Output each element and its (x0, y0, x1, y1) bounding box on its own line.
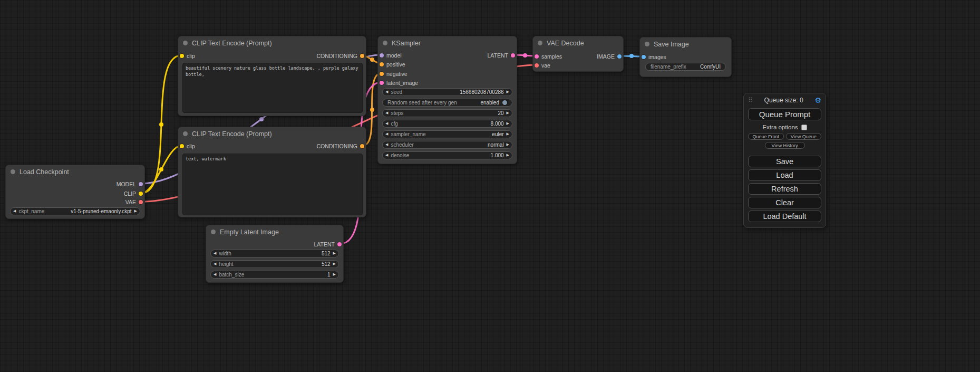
slot-label: positive (386, 61, 405, 68)
decrement-arrow-icon[interactable]: ◀ (383, 131, 391, 138)
input-slot-negative: negative (378, 70, 431, 78)
output-slot-vae: VAE (81, 198, 144, 206)
increment-arrow-icon[interactable]: ▶ (504, 152, 512, 159)
toggle-dot-icon[interactable] (502, 100, 507, 105)
node-title-bar[interactable]: KSampler (378, 36, 517, 50)
node-title-bar[interactable]: Empty Latent Image (206, 225, 343, 239)
increment-arrow-icon[interactable]: ▶ (504, 141, 512, 148)
node-title-bar[interactable]: VAE Decode (533, 36, 623, 50)
scheduler-widget[interactable]: ◀ scheduler normal ▶ (382, 141, 512, 149)
settings-gear-icon[interactable]: ⚙ (814, 97, 821, 104)
decrement-arrow-icon[interactable]: ◀ (383, 110, 391, 117)
node-title: CLIP Text Encode (Prompt) (192, 36, 272, 50)
collapse-dot-icon[interactable] (211, 230, 216, 234)
node-ksampler[interactable]: KSampler model positive negative latent_… (377, 36, 517, 164)
cfg-widget[interactable]: ◀ cfg 8.000 ▶ (382, 120, 512, 128)
increment-arrow-icon[interactable]: ▶ (504, 120, 512, 127)
link-midpoint-dot (523, 53, 527, 58)
latent-output-dot[interactable] (337, 242, 342, 246)
widget-value: 512 (322, 251, 331, 256)
node-title-bar[interactable]: Load Checkpoint (6, 165, 144, 179)
view-history-button[interactable]: View History (765, 142, 805, 149)
view-queue-button[interactable]: View Queue (786, 133, 822, 140)
ckpt-name-widget[interactable]: ◀ ckpt_name v1-5-pruned-emaonly.ckpt ▶ (10, 207, 140, 215)
collapse-dot-icon[interactable] (183, 131, 188, 136)
slot-label: model (386, 52, 402, 59)
image-output-dot[interactable] (617, 54, 622, 59)
samples-input-dot[interactable] (535, 54, 539, 59)
drag-handle-icon[interactable]: ⠿ (748, 97, 753, 104)
clip-output-dot[interactable] (139, 192, 143, 196)
decrement-arrow-icon[interactable]: ◀ (383, 152, 391, 159)
input-slot-latent-image: latent_image (378, 79, 436, 87)
collapse-dot-icon[interactable] (11, 169, 15, 174)
collapse-dot-icon[interactable] (645, 42, 649, 46)
widget-label: scheduler (391, 142, 413, 148)
queue-front-button[interactable]: Queue Front (748, 133, 784, 140)
decrement-arrow-icon[interactable]: ◀ (383, 120, 391, 127)
clip-input-dot[interactable] (180, 54, 184, 58)
increment-arrow-icon[interactable]: ▶ (504, 89, 512, 96)
increment-arrow-icon[interactable]: ▶ (132, 208, 140, 215)
decrement-arrow-icon[interactable]: ◀ (211, 261, 219, 268)
denoise-widget[interactable]: ◀ denoise 1.000 ▶ (382, 151, 512, 159)
negative-prompt-textarea[interactable]: text, watermark (182, 154, 363, 215)
node-title: Save Image (654, 37, 689, 51)
node-save-image[interactable]: Save Image images filename_prefix ComfyU… (639, 37, 732, 77)
vae-input-dot[interactable] (535, 63, 539, 68)
decrement-arrow-icon[interactable]: ◀ (383, 141, 391, 148)
increment-arrow-icon[interactable]: ▶ (331, 271, 338, 278)
widget-label: cfg (391, 121, 397, 127)
load-button[interactable]: Load (748, 169, 821, 181)
queue-prompt-button[interactable]: Queue Prompt (748, 108, 821, 120)
conditioning-output-dot[interactable] (360, 54, 364, 58)
menu-header: ⠿ Queue size: 0 ⚙ (744, 96, 826, 106)
node-clip-text-encode-negative[interactable]: CLIP Text Encode (Prompt) clip CONDITION… (178, 127, 366, 217)
save-button[interactable]: Save (748, 156, 821, 167)
increment-arrow-icon[interactable]: ▶ (504, 110, 512, 117)
load-default-button[interactable]: Load Default (748, 211, 821, 222)
random-seed-toggle-widget[interactable]: Random seed after every gen enabled (382, 99, 512, 107)
comfyui-canvas[interactable]: { "colors": { "model": "#B39DDB", "clip"… (0, 0, 980, 372)
decrement-arrow-icon[interactable]: ◀ (211, 250, 219, 257)
seed-widget[interactable]: ◀ seed 156680208700286 ▶ (382, 88, 512, 96)
widget-value: 20 (498, 110, 503, 116)
height-widget[interactable]: ◀ height 512 ▶ (210, 260, 339, 268)
node-title-bar[interactable]: Save Image (640, 37, 731, 51)
images-input-dot[interactable] (642, 55, 646, 59)
collapse-dot-icon[interactable] (538, 41, 542, 45)
node-load-checkpoint[interactable]: Load Checkpoint MODEL CLIP VAE ◀ ckpt_na… (5, 165, 145, 219)
filename-prefix-widget[interactable]: filename_prefix ComfyUI (645, 63, 726, 71)
node-clip-text-encode-positive[interactable]: CLIP Text Encode (Prompt) clip CONDITION… (178, 36, 366, 116)
steps-widget[interactable]: ◀ steps 20 ▶ (382, 109, 512, 117)
increment-arrow-icon[interactable]: ▶ (331, 261, 338, 268)
positive-input-dot[interactable] (380, 62, 384, 66)
model-input-dot[interactable] (380, 53, 384, 58)
increment-arrow-icon[interactable]: ▶ (504, 131, 512, 138)
node-empty-latent-image[interactable]: Empty Latent Image LATENT ◀ width 512 ▶ … (206, 225, 344, 283)
sampler-name-widget[interactable]: ◀ sampler_name euler ▶ (382, 130, 512, 138)
refresh-button[interactable]: Refresh (748, 183, 821, 195)
clip-input-dot[interactable] (180, 144, 184, 148)
node-vae-decode[interactable]: VAE Decode samples vae IMAGE (532, 36, 624, 72)
model-output-dot[interactable] (139, 182, 143, 186)
latent-image-input-dot[interactable] (380, 81, 384, 85)
node-title-bar[interactable]: CLIP Text Encode (Prompt) (178, 127, 366, 141)
negative-input-dot[interactable] (380, 72, 384, 76)
decrement-arrow-icon[interactable]: ◀ (11, 208, 18, 215)
increment-arrow-icon[interactable]: ▶ (331, 250, 338, 257)
latent-output-dot[interactable] (511, 53, 515, 58)
width-widget[interactable]: ◀ width 512 ▶ (210, 250, 339, 257)
positive-prompt-textarea[interactable]: beautiful scenery nature glass bottle la… (182, 63, 363, 113)
decrement-arrow-icon[interactable]: ◀ (211, 271, 219, 278)
collapse-dot-icon[interactable] (383, 41, 387, 45)
conditioning-output-dot[interactable] (360, 144, 364, 148)
link-midpoint-dot (370, 58, 374, 62)
vae-output-dot[interactable] (139, 200, 143, 204)
extra-options-checkbox[interactable] (801, 125, 807, 130)
clear-button[interactable]: Clear (748, 197, 821, 208)
node-title-bar[interactable]: CLIP Text Encode (Prompt) (178, 36, 366, 50)
collapse-dot-icon[interactable] (183, 41, 188, 45)
decrement-arrow-icon[interactable]: ◀ (383, 89, 391, 96)
batch-size-widget[interactable]: ◀ batch_size 1 ▶ (210, 271, 339, 279)
